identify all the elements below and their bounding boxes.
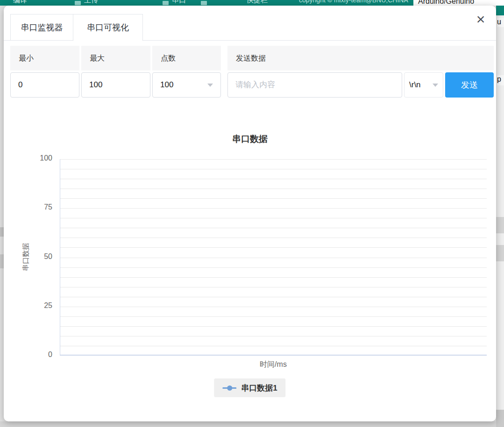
gridline <box>60 346 487 346</box>
send-button[interactable]: 发送 <box>445 72 494 98</box>
gridline <box>60 287 487 287</box>
gridline <box>60 258 487 258</box>
legend-marker-dot <box>227 385 232 391</box>
legend-label: 串口数据1 <box>241 383 277 393</box>
gridline <box>60 218 487 218</box>
y-tick-label: 50 <box>18 252 52 261</box>
min-input[interactable] <box>10 72 79 98</box>
board-selector[interactable]: Arduino/Genuino <box>413 0 504 6</box>
background-fragment <box>0 227 4 237</box>
gridline <box>60 189 487 189</box>
toolbar-item-quickbar[interactable]: 快捷栏 <box>247 0 268 5</box>
background-fragment <box>0 254 4 268</box>
clipped-text-p: p <box>497 75 504 85</box>
plot-grid <box>60 159 487 356</box>
tab-serial-monitor[interactable]: 串口监视器 <box>10 14 73 40</box>
y-tick-label: 100 <box>18 154 52 162</box>
max-input[interactable] <box>81 72 150 98</box>
serial-icon <box>163 1 169 5</box>
y-tick-label: 0 <box>18 350 52 359</box>
legend-marker <box>222 385 236 391</box>
legend-item[interactable]: 串口数据1 <box>214 378 285 397</box>
background-fragment <box>496 6 504 15</box>
toolbar-item-upload[interactable]: 上传 <box>84 0 98 5</box>
line-ending-select[interactable]: \r\n <box>404 72 443 98</box>
gridline <box>60 326 487 327</box>
toolbar-item-serial[interactable]: 串口 <box>172 0 186 5</box>
gridline <box>60 159 487 160</box>
gridline <box>60 297 487 297</box>
upload-icon <box>75 1 81 5</box>
chart-title: 串口数据 <box>4 133 496 145</box>
gridline <box>60 238 487 238</box>
gridline <box>60 198 487 199</box>
gridline <box>60 316 487 317</box>
chevron-down-icon <box>433 84 438 87</box>
header-send-data: 发送数据 <box>227 46 494 70</box>
x-axis-title: 时间/ms <box>60 360 487 370</box>
serial-chart: 串口数据 串口数据 0255075100 时间/ms 串口数据1 <box>4 128 496 408</box>
header-points: 点数 <box>152 46 221 70</box>
points-select-value: 100 <box>160 80 173 90</box>
gridline <box>60 179 487 179</box>
gridline <box>60 228 487 228</box>
gridline <box>60 267 487 268</box>
line-ending-value: \r\n <box>409 80 421 90</box>
quickbar-icon <box>201 1 207 5</box>
board-selector-label: Arduino/Genuino <box>418 0 474 6</box>
send-data-input[interactable] <box>227 72 402 98</box>
header-max: 最大 <box>81 46 150 70</box>
gridline <box>60 169 487 169</box>
y-tick-label: 75 <box>18 203 52 211</box>
tab-bar: 串口监视器 串口可视化 <box>4 14 496 41</box>
background-fragment <box>496 217 504 233</box>
toolbar-item-compile[interactable]: 编译 <box>13 0 27 5</box>
serial-dialog: × 串口监视器 串口可视化 最小 最大 点数 发送数据 100 \r\n 发送 … <box>4 6 496 421</box>
background-fragment <box>0 421 496 427</box>
y-tick-label: 25 <box>18 301 52 310</box>
background-fragment <box>496 410 504 427</box>
chevron-down-icon <box>207 84 213 87</box>
points-select[interactable]: 100 <box>152 72 221 98</box>
clipped-text-u: u <box>497 18 504 27</box>
gridline <box>60 277 487 278</box>
gridline <box>60 336 487 336</box>
gridline <box>60 247 487 248</box>
background-fragment <box>496 245 504 261</box>
gridline <box>60 208 487 209</box>
header-min: 最小 <box>10 46 79 70</box>
gridline <box>60 307 487 307</box>
tab-serial-visualization[interactable]: 串口可视化 <box>73 14 143 41</box>
copyright-text: copyright © mixly-team@BNU,CHINA <box>299 0 408 4</box>
